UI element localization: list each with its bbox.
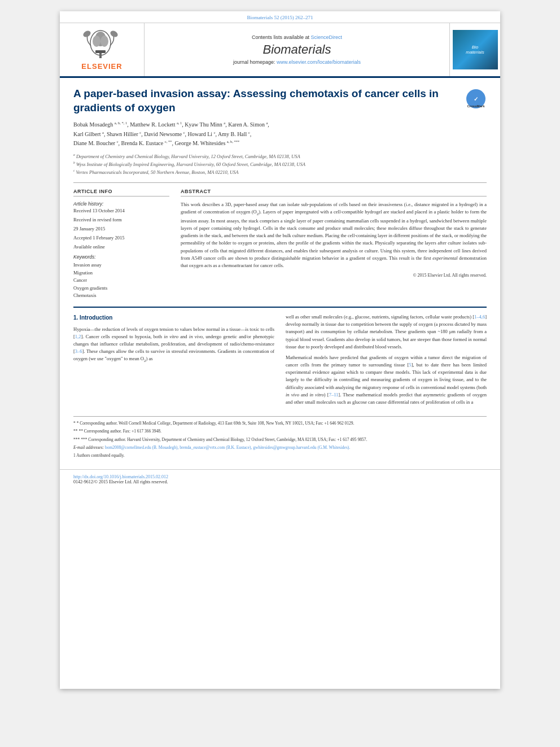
biomaterials-badge: Biomaterials [453, 30, 498, 69]
article-title-area: A paper-based invasion assay: Assessing … [73, 87, 487, 115]
journal-title: Biomaterials [262, 42, 331, 57]
svg-text:✓: ✓ [474, 96, 478, 102]
abstract-heading: ABSTRACT [181, 189, 487, 196]
article-info-heading: ARTICLE INFO [73, 189, 169, 196]
biomaterials-badge-area: Biomaterials [449, 23, 500, 76]
footnote-star-star: ** ** Corresponding author. Fax: +1 617 … [73, 428, 487, 434]
section-divider [73, 307, 487, 308]
available-online: Available online [73, 244, 169, 250]
abstract-panel: ABSTRACT This work describes a 3D, paper… [181, 189, 487, 300]
received-date: Received 13 October 2014 [73, 208, 169, 213]
svg-point-6 [100, 36, 108, 47]
article-content: A paper-based invasion assay: Assessing … [60, 78, 500, 469]
authors: Bobak Mosadegh a, b, *, 1, Matthew R. Lo… [73, 120, 487, 148]
crossmark-icon[interactable]: ✓ CrossMark [465, 88, 487, 113]
journal-homepage: journal homepage: www.elsevier.com/locat… [233, 59, 361, 65]
article-title-text: A paper-based invasion assay: Assessing … [73, 87, 460, 115]
elsevier-wordmark: ELSEVIER [81, 62, 122, 71]
footer-issn: 0142-9612/© 2015 Elsevier Ltd. All right… [73, 479, 487, 484]
svg-rect-7 [95, 50, 106, 53]
intro-para-1: Hypoxia—the reduction of levels of oxyge… [73, 326, 274, 364]
ref-1-2-link[interactable]: 1,2 [75, 334, 81, 339]
page-footer: http://dx.doi.org/10.1016/j.biomaterials… [60, 469, 500, 489]
copyright-notice: © 2015 Elsevier Ltd. All rights reserved… [181, 273, 487, 278]
footnotes: * * Corresponding author. Weill Cornell … [73, 416, 487, 458]
keyword-3: Cancer [73, 277, 169, 285]
ref-3-6-link[interactable]: 3–6 [75, 348, 82, 354]
ref-1-4-6-link[interactable]: 1–4,6 [474, 314, 485, 320]
svg-point-5 [93, 36, 100, 47]
email-links[interactable]: bom2008@cornellmed.edu (B. Mosadegh), br… [105, 445, 350, 450]
article-page: Biomaterials 52 (2015) 262–271 [60, 11, 500, 689]
journal-info-center: Contents lists available at ScienceDirec… [145, 23, 449, 76]
body-col-left: 1. Introduction Hypoxia—the reduction of… [73, 313, 274, 409]
keyword-5: Chemotaxis [73, 292, 169, 300]
journal-header: ELSEVIER Contents lists available at Sci… [60, 23, 500, 78]
intro-para-3: Mathematical models have predicted that … [286, 354, 487, 406]
footer-doi[interactable]: http://dx.doi.org/10.1016/j.biomaterials… [73, 474, 487, 479]
svg-text:CrossMark: CrossMark [467, 104, 485, 108]
footnote-star: * * Corresponding author. Weill Cornell … [73, 420, 487, 426]
body-col-right: well as other small molecules (e.g., glu… [286, 313, 487, 409]
sciencedirect-link[interactable]: ScienceDirect [311, 34, 343, 40]
ref-7-11-link[interactable]: 7–11 [329, 392, 339, 397]
doi-link[interactable]: http://dx.doi.org/10.1016/j.biomaterials… [73, 474, 168, 479]
intro-para-2: well as other small molecules (e.g., glu… [286, 313, 487, 351]
article-info-abstract: ARTICLE INFO Article history: Received 1… [73, 182, 487, 300]
accepted-date: Accepted 1 February 2015 [73, 235, 169, 241]
journal-homepage-link[interactable]: www.elsevier.com/locate/biomaterials [277, 59, 361, 65]
elsevier-logo: ELSEVIER [80, 29, 125, 71]
revised-date: 29 January 2015 [73, 226, 169, 231]
affiliations: a Department of Chemistry and Chemical B… [73, 152, 487, 176]
article-history-label: Article history: [73, 201, 169, 207]
footnote-1: 1 Authors contributed equally. [73, 452, 487, 458]
footnote-emails: E-mail addresses: bom2008@cornellmed.edu… [73, 444, 487, 451]
keyword-4: Oxygen gradients [73, 285, 169, 292]
footnote-star-star-star: *** *** Corresponding author. Harvard Un… [73, 436, 487, 443]
revised-label: Received in revised form [73, 217, 169, 222]
article-info-panel: ARTICLE INFO Article history: Received 1… [73, 189, 169, 300]
elsevier-logo-area: ELSEVIER [60, 23, 145, 76]
journal-reference: Biomaterials 52 (2015) 262–271 [60, 11, 500, 23]
ref-5-link[interactable]: 5 [409, 362, 411, 368]
keyword-2: Migration [73, 269, 169, 277]
sciencedirect-line: Contents lists available at ScienceDirec… [252, 34, 342, 40]
body-content: 1. Introduction Hypoxia—the reduction of… [73, 313, 487, 409]
elsevier-tree-icon [80, 29, 125, 60]
introduction-heading: 1. Introduction [73, 313, 274, 322]
keyword-1: Invasion assay [73, 261, 169, 269]
keywords-label: Keywords: [73, 254, 169, 260]
abstract-body: This work describes a 3D, paper-based as… [181, 201, 487, 269]
